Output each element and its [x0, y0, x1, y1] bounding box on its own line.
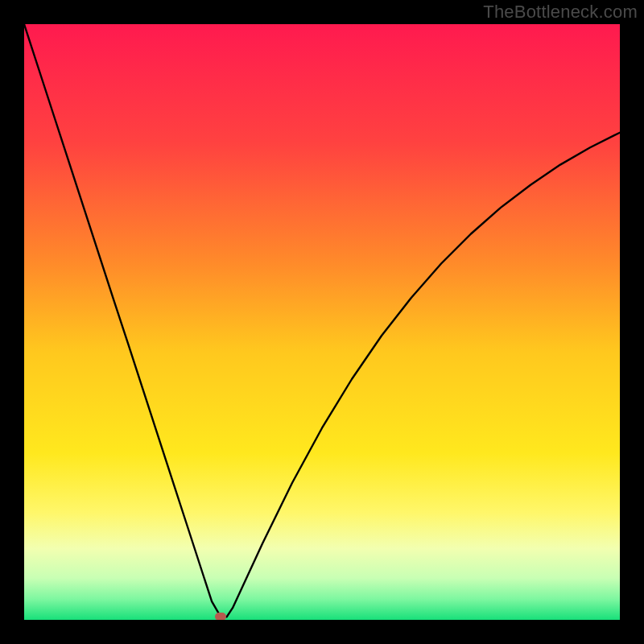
plot-area — [24, 24, 620, 620]
watermark-text: TheBottleneck.com — [483, 2, 638, 23]
bottleneck-curve — [24, 24, 620, 620]
optimal-point-marker — [215, 613, 226, 620]
chart-frame: TheBottleneck.com — [0, 0, 644, 644]
